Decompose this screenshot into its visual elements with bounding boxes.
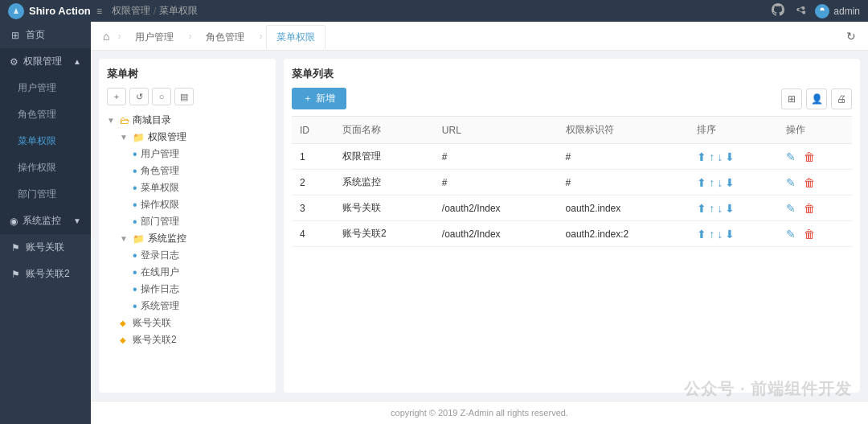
- folder-perm-icon: 📁: [133, 132, 145, 143]
- sidebar-menu-perm-label: 菜单权限: [18, 134, 56, 148]
- del-btn-1[interactable]: 🗑: [804, 150, 815, 163]
- sidebar-item-dashboard[interactable]: ⊞ 首页: [0, 22, 91, 48]
- sidebar-sub-permission: 用户管理 角色管理 菜单权限 操作权限 部门管理: [0, 75, 91, 208]
- table-row: 4 账号关联2 /oauth2/Index oauth2.index:2 ⬆ ↑…: [292, 221, 852, 247]
- tree-leaf-menu-perm[interactable]: •菜单权限: [133, 179, 268, 196]
- tree-leaf-op-perm[interactable]: •操作权限: [133, 196, 268, 213]
- add-btn-label: 新增: [316, 92, 335, 105]
- page-content: 菜单树 + ↺ ○ ▤ ▼ 🗁 商城目录 ▼ 📁: [91, 51, 868, 401]
- td-ops-3: ✎ 🗑: [778, 196, 852, 221]
- columns-btn[interactable]: ⊞: [781, 89, 802, 109]
- tab-user-mgmt[interactable]: 用户管理: [125, 25, 184, 49]
- sidebar-item-account-link[interactable]: ⚑ 账号关联: [0, 234, 91, 261]
- admin-area[interactable]: admin: [815, 4, 860, 19]
- tree-leaf-account-link[interactable]: ◆ 账号关联: [120, 315, 268, 331]
- tree-leaf-dept-mgmt[interactable]: •部门管理: [133, 213, 268, 230]
- td-ops-2: ✎ 🗑: [778, 170, 852, 196]
- plus-icon: ＋: [303, 92, 313, 105]
- footer: copyright © 2019 Z-Admin all rights rese…: [91, 401, 868, 424]
- sort-up-4[interactable]: ↑: [709, 228, 714, 240]
- table-row: 2 系统监控 # # ⬆ ↑ ↓ ⬇: [292, 170, 852, 196]
- edit-btn-1[interactable]: ✎: [786, 150, 796, 163]
- tree-root[interactable]: ▼ 🗁 商城目录: [107, 112, 268, 129]
- sort-top-4[interactable]: ⬆: [697, 228, 706, 240]
- top-right: admin: [772, 3, 860, 19]
- td-name-4: 账号关联2: [334, 221, 434, 247]
- sort-up-1[interactable]: ↑: [709, 151, 714, 163]
- nav-home-icon[interactable]: ⌂: [103, 30, 109, 43]
- sort-down-1[interactable]: ↓: [717, 151, 723, 163]
- tab-role-mgmt[interactable]: 角色管理: [195, 25, 255, 49]
- sidebar-item-menu-perm[interactable]: 菜单权限: [0, 128, 91, 154]
- edit-btn-3[interactable]: ✎: [786, 202, 796, 215]
- chevron-up-icon: ▲: [73, 57, 81, 66]
- tree-node-perm[interactable]: ▼ 📁 权限管理: [120, 129, 268, 146]
- tree-leaf-user-mgmt[interactable]: •用户管理: [133, 146, 268, 163]
- tree-leaf-login-log[interactable]: •登录日志: [133, 247, 268, 264]
- tree-leaf-role-mgmt[interactable]: •角色管理: [133, 163, 268, 179]
- sidebar-item-op-perm[interactable]: 操作权限: [0, 154, 91, 181]
- sort-down-2[interactable]: ↓: [717, 177, 723, 188]
- sort-bottom-2[interactable]: ⬇: [725, 177, 735, 188]
- share-icon[interactable]: [794, 4, 805, 18]
- sort-bottom-3[interactable]: ⬇: [725, 203, 735, 214]
- tree-leaf-sys-mgmt[interactable]: •系统管理: [133, 298, 268, 315]
- nav-sep2: ›: [188, 31, 191, 42]
- tree-node-sysmon[interactable]: ▼ 📁 系统监控: [120, 230, 268, 247]
- export-btn[interactable]: 👤: [806, 89, 827, 109]
- sidebar-group-permission[interactable]: ⚙ 权限管理 ▲: [0, 48, 91, 75]
- sort-up-3[interactable]: ↑: [709, 203, 714, 214]
- tree-collapse-btn[interactable]: ○: [152, 88, 171, 105]
- sort-down-4[interactable]: ↓: [717, 228, 723, 240]
- logo-icon: [8, 3, 24, 19]
- del-btn-4[interactable]: 🗑: [804, 228, 815, 241]
- sidebar-account-link-label: 账号关联: [26, 241, 64, 254]
- sidebar-group-sysmonitor[interactable]: ◉ 系统监控 ▼: [0, 208, 91, 234]
- print-btn[interactable]: 🖨: [831, 89, 852, 109]
- tree-refresh-btn[interactable]: ↺: [129, 88, 149, 105]
- link-icon: ⚑: [10, 242, 21, 253]
- edit-btn-4[interactable]: ✎: [786, 228, 796, 241]
- tree-sysmon-label: 系统监控: [148, 232, 186, 245]
- td-id-4: 4: [292, 221, 334, 247]
- sidebar-dept-mgmt-label: 部门管理: [18, 187, 56, 201]
- sort-down-3[interactable]: ↓: [717, 203, 723, 214]
- tab-menu-perm[interactable]: 菜单权限: [266, 25, 326, 49]
- refresh-icon[interactable]: ↻: [846, 30, 856, 43]
- th-sort: 排序: [689, 117, 778, 144]
- tree-leaf-online-user[interactable]: •在线用户: [133, 264, 268, 281]
- tree-expand-btn[interactable]: ▤: [174, 88, 194, 105]
- sort-up-2[interactable]: ↑: [709, 177, 714, 188]
- add-menu-btn[interactable]: ＋ 新增: [292, 88, 346, 109]
- td-url-1: #: [434, 144, 558, 170]
- sidebar-item-account-link2[interactable]: ⚑ 账号关联2: [0, 261, 91, 287]
- sort-top-3[interactable]: ⬆: [697, 203, 706, 214]
- td-sort-2: ⬆ ↑ ↓ ⬇: [689, 170, 778, 196]
- table-actions-right: ⊞ 👤 🖨: [781, 89, 852, 109]
- sort-top-1[interactable]: ⬆: [697, 151, 706, 163]
- edit-btn-2[interactable]: ✎: [786, 176, 796, 189]
- tree-leaf-op-log[interactable]: •操作日志: [133, 281, 268, 298]
- sort-bottom-1[interactable]: ⬇: [725, 151, 735, 163]
- folder-sysmon-icon: 📁: [133, 233, 145, 245]
- td-name-1: 权限管理: [334, 144, 434, 170]
- sidebar-item-user-mgmt[interactable]: 用户管理: [0, 75, 91, 101]
- td-perm-1: #: [558, 144, 690, 170]
- tree-leaf-account-link2[interactable]: ◆ 账号关联2: [120, 331, 268, 348]
- breadcrumb-menu: ≡: [96, 6, 102, 17]
- github-icon[interactable]: [772, 3, 784, 19]
- breadcrumb-item1: 权限管理: [112, 4, 150, 18]
- td-perm-3: oauth2.index: [558, 196, 690, 221]
- th-ops: 操作: [778, 117, 852, 144]
- table-head: ID 页面名称 URL 权限标识符 排序 操作: [292, 117, 852, 144]
- del-btn-3[interactable]: 🗑: [804, 202, 815, 215]
- sort-top-2[interactable]: ⬆: [697, 177, 706, 188]
- tree-add-btn[interactable]: +: [107, 88, 126, 105]
- tree-perm-label: 权限管理: [148, 130, 186, 144]
- del-btn-2[interactable]: 🗑: [804, 176, 815, 189]
- td-perm-2: #: [558, 170, 690, 196]
- sort-bottom-4[interactable]: ⬇: [725, 228, 735, 240]
- breadcrumb-item2: 菜单权限: [159, 4, 198, 18]
- sidebar-item-role-mgmt[interactable]: 角色管理: [0, 101, 91, 128]
- sidebar-item-dept-mgmt[interactable]: 部门管理: [0, 181, 91, 208]
